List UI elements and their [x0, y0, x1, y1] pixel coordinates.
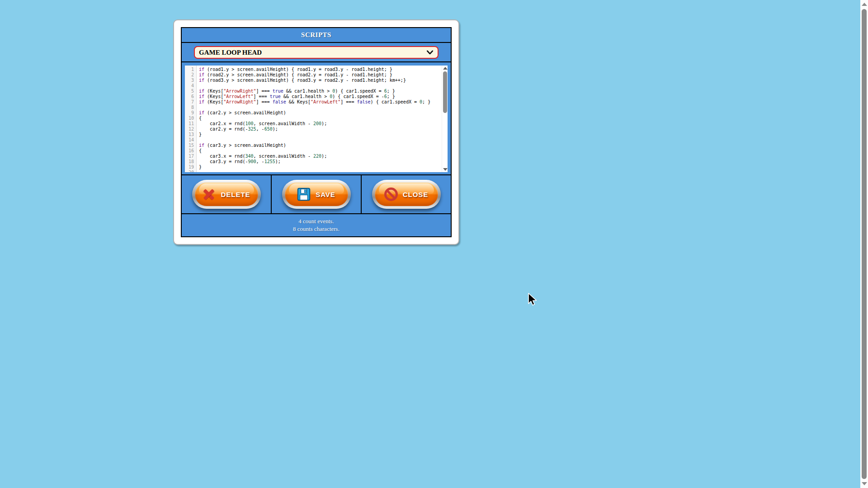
- line-number: 11: [187, 121, 194, 127]
- page-background: { "colors": { "page_background": "#87CEE…: [0, 0, 868, 488]
- script-selector-row: GAME LOOP HEAD: [182, 43, 451, 62]
- delete-button-cell: DELETE: [182, 175, 271, 213]
- browser-scrollbar-thumb[interactable]: [862, 9, 867, 479]
- editor-scroll-down-icon[interactable]: [443, 168, 448, 171]
- floppy-disk-icon: [297, 188, 311, 201]
- code-line: }: [199, 164, 448, 170]
- code-line: if (road3.y > screen.availHeight) { road…: [199, 78, 448, 83]
- code-line: if (car2.y > screen.availHeight): [199, 110, 448, 116]
- code-line: {: [199, 148, 448, 154]
- line-number: 7: [187, 99, 194, 105]
- scroll-up-icon[interactable]: [862, 3, 867, 6]
- status-bar: 4 count events. 8 counts characters.: [182, 214, 451, 236]
- scripts-dialog: SCRIPTS GAME LOOP HEAD 12345678910111213…: [173, 19, 459, 245]
- line-number: 6: [187, 94, 194, 99]
- code-line: if (road1.y > screen.availHeight) { road…: [199, 67, 448, 72]
- code-line: if (car3.y > screen.availHeight): [199, 143, 448, 148]
- code-line: }: [199, 132, 448, 137]
- line-number: 2: [187, 72, 194, 78]
- x-icon: [202, 188, 216, 201]
- status-line-2: 8 counts characters.: [293, 225, 340, 233]
- line-number: 15: [187, 143, 194, 148]
- line-number: 3: [187, 78, 194, 83]
- code-line: [199, 170, 448, 172]
- line-number: 19: [187, 164, 194, 170]
- line-number: 8: [187, 105, 194, 110]
- save-button[interactable]: SAVE: [282, 180, 351, 209]
- line-number: 5: [187, 89, 194, 94]
- code-editor[interactable]: 1234567891011121314151617181920 if (road…: [185, 66, 448, 172]
- editor-scrollbar-thumb[interactable]: [443, 71, 447, 113]
- editor-scroll-up-icon[interactable]: [443, 67, 448, 70]
- editor-scrollbar[interactable]: [442, 66, 448, 172]
- code-gutter: 1234567891011121314151617181920: [185, 66, 197, 172]
- script-select[interactable]: GAME LOOP HEAD: [194, 46, 439, 59]
- line-number: 9: [187, 110, 194, 116]
- code-line: car3.x = rnd(340, screen.availWidth - 22…: [199, 154, 448, 159]
- dialog-title: SCRIPTS: [301, 31, 331, 39]
- code-line: [199, 83, 448, 89]
- line-number: 4: [187, 83, 194, 89]
- save-button-cell: SAVE: [271, 175, 361, 213]
- scroll-down-icon[interactable]: [862, 482, 867, 485]
- code-line: [199, 137, 448, 143]
- code-line: [199, 105, 448, 110]
- line-number: 10: [187, 116, 194, 121]
- line-number: 16: [187, 148, 194, 154]
- code-line: if (Keys["ArrowRight"] === true && car1.…: [199, 89, 448, 94]
- line-number: 20: [187, 170, 194, 172]
- code-line: car3.y = rnd(-900, -1255);: [199, 159, 448, 164]
- close-button-cell: CLOSE: [361, 175, 451, 213]
- line-number: 13: [187, 132, 194, 137]
- code-line: {: [199, 116, 448, 121]
- dialog-header: SCRIPTS: [182, 28, 451, 43]
- save-button-label: SAVE: [316, 191, 335, 198]
- status-line-1: 4 count events.: [298, 218, 334, 225]
- code-line: car2.x = rnd(100, screen.availWidth - 20…: [199, 121, 448, 127]
- scripts-panel: SCRIPTS GAME LOOP HEAD 12345678910111213…: [181, 27, 452, 237]
- line-number: 14: [187, 137, 194, 143]
- delete-button[interactable]: DELETE: [192, 180, 261, 209]
- code-line: car2.y = rnd(-325, -650);: [199, 127, 448, 132]
- code-line: if (Keys["ArrowLeft"] === true && car1.h…: [199, 94, 448, 99]
- prohibition-icon: [384, 188, 398, 201]
- mouse-cursor: [528, 293, 538, 308]
- code-lines[interactable]: if (road1.y > screen.availHeight) { road…: [197, 66, 448, 172]
- line-number: 17: [187, 154, 194, 159]
- line-number: 1: [187, 67, 194, 72]
- line-number: 12: [187, 127, 194, 132]
- line-number: 18: [187, 159, 194, 164]
- button-row: DELETE SAV: [182, 175, 451, 214]
- close-button[interactable]: CLOSE: [372, 180, 441, 209]
- code-editor-row: 1234567891011121314151617181920 if (road…: [182, 62, 451, 175]
- browser-scrollbar[interactable]: [860, 0, 868, 488]
- delete-button-label: DELETE: [221, 191, 250, 198]
- code-line: if (Keys["ArrowRight"] === false && Keys…: [199, 99, 448, 105]
- code-line: if (road2.y > screen.availHeight) { road…: [199, 72, 448, 78]
- close-button-label: CLOSE: [403, 191, 429, 198]
